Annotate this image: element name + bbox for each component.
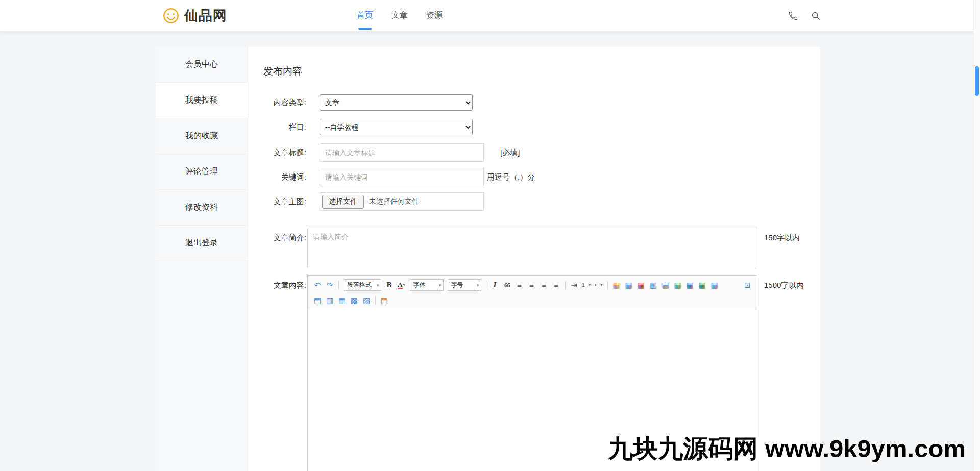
indent-icon[interactable]: ⇥	[569, 279, 580, 291]
editor-toolbar-row1: ↶↷段落格式▾BA▾字体▾字号▾I66≡≡≡≡⇥1≡▾•≡▾▦▦▦▥▤▦▦▦▦⊡	[311, 277, 753, 293]
unordered-list-icon[interactable]: •≡▾	[593, 279, 604, 291]
sidebar: 会员中心 我要投稿 我的收藏 评论管理 修改资料 退出登录	[156, 47, 248, 471]
sidebar-item-edit-profile[interactable]: 修改资料	[156, 190, 248, 226]
redo-icon[interactable]: ↷	[324, 279, 335, 291]
form-row-keywords: 关键词: 用逗号（,）分	[263, 168, 820, 186]
form-row-summary: 文章简介: 150字以内	[263, 228, 820, 268]
search-icon[interactable]	[810, 10, 821, 21]
summary-limit: 150字以内	[764, 228, 800, 243]
font-family-select[interactable]: 字体▾	[410, 279, 444, 291]
article-title-input[interactable]	[320, 143, 484, 162]
content-type-select[interactable]: 文章	[320, 94, 473, 111]
keywords-hint: 用逗号（,）分	[487, 172, 535, 182]
toolbar-separator	[486, 281, 486, 289]
toolbar-separator	[565, 281, 566, 289]
content-type-label: 内容类型:	[263, 98, 306, 108]
header: 仙品网 首页 文章 资源	[0, 0, 980, 31]
main-image-label: 文章主图:	[263, 197, 306, 207]
align-center-icon[interactable]: ≡	[526, 279, 537, 291]
toolbar-separator	[607, 281, 608, 289]
phone-icon[interactable]	[788, 10, 799, 21]
scrollbar-thumb[interactable]	[975, 66, 979, 96]
logo-smiley-icon	[162, 7, 180, 24]
content-card: 会员中心 我要投稿 我的收藏 评论管理 修改资料 退出登录 发布内容 内容类型:…	[156, 47, 820, 471]
table-properties-icon[interactable]: ▩	[349, 294, 360, 306]
toolbar-separator	[375, 296, 376, 305]
form-row-main-image: 文章主图: 选择文件 未选择任何文件	[263, 192, 820, 211]
form-row-category: 栏目: --自学教程	[263, 119, 820, 135]
main-panel: 发布内容 内容类型: 文章 栏目: --自学教程 文章标题: [必填]	[248, 47, 820, 471]
file-input[interactable]: 选择文件 未选择任何文件	[320, 192, 484, 211]
nav-item-articles[interactable]: 文章	[382, 0, 417, 31]
toolbar-separator	[338, 281, 339, 289]
summary-textarea[interactable]	[307, 228, 757, 268]
category-select[interactable]: --自学教程	[320, 119, 473, 135]
header-icons	[788, 10, 821, 21]
sidebar-item-member-center[interactable]: 会员中心	[156, 47, 248, 83]
nav-item-home[interactable]: 首页	[348, 0, 382, 31]
table-header-icon[interactable]: ▥	[648, 279, 659, 291]
undo-icon[interactable]: ↶	[312, 279, 323, 291]
blockquote-icon[interactable]: 66	[502, 279, 513, 291]
category-label: 栏目:	[263, 122, 306, 132]
sidebar-item-favorites[interactable]: 我的收藏	[156, 118, 248, 154]
form-row-content-type: 内容类型: 文章	[263, 94, 820, 111]
paste-icon[interactable]: ▤	[379, 294, 390, 306]
scrollbar-track	[973, 0, 980, 471]
insert-col-icon[interactable]: ▦	[697, 279, 708, 291]
merge-down-icon[interactable]: ▦	[336, 294, 348, 306]
choose-file-button[interactable]: 选择文件	[322, 195, 364, 209]
merge-cells-icon[interactable]: ▤	[660, 279, 671, 291]
content-limit: 1500字以内	[764, 275, 804, 290]
editor-toolbar-row2: ▤▥▦▩▨▤	[311, 293, 753, 307]
delete-table-icon[interactable]: ▦	[635, 279, 647, 291]
ordered-list-icon[interactable]: 1≡▾	[581, 279, 592, 291]
page-title: 发布内容	[263, 65, 820, 78]
font-size-select[interactable]: 字号▾	[448, 279, 481, 291]
insert-table-icon[interactable]: ▦	[623, 279, 634, 291]
italic-icon[interactable]: I	[489, 279, 501, 291]
editor-toolbar: ↶↷段落格式▾BA▾字体▾字号▾I66≡≡≡≡⇥1≡▾•≡▾▦▦▦▥▤▦▦▦▦⊡…	[308, 276, 757, 309]
logo-text: 仙品网	[184, 7, 227, 25]
align-justify-icon[interactable]: ≡	[551, 279, 562, 291]
delete-col-icon[interactable]: ▦	[709, 279, 720, 291]
content-label: 文章内容:	[263, 275, 306, 290]
required-hint: [必填]	[500, 148, 520, 158]
file-status: 未选择任何文件	[369, 197, 419, 206]
form-row-article-title: 文章标题: [必填]	[263, 143, 820, 162]
align-right-icon[interactable]: ≡	[538, 279, 550, 291]
main-nav: 首页 文章 资源	[348, 0, 452, 31]
publish-form: 内容类型: 文章 栏目: --自学教程 文章标题: [必填] 关键词: 用逗号（…	[263, 94, 820, 471]
summary-label: 文章简介:	[263, 228, 306, 243]
nav-item-resources[interactable]: 资源	[417, 0, 452, 31]
font-color-icon[interactable]: A▾	[396, 279, 407, 291]
delete-row-icon[interactable]: ▦	[684, 279, 696, 291]
image-icon[interactable]: ▦	[611, 279, 622, 291]
fullscreen-icon[interactable]: ⊡	[742, 279, 753, 291]
bold-icon[interactable]: B	[384, 279, 395, 291]
merge-right-icon[interactable]: ▥	[324, 294, 335, 306]
sidebar-item-submit[interactable]: 我要投稿	[156, 83, 248, 118]
sidebar-item-logout[interactable]: 退出登录	[156, 226, 248, 261]
keywords-input[interactable]	[320, 168, 484, 186]
keywords-label: 关键词:	[263, 172, 306, 182]
align-left-icon[interactable]: ≡	[514, 279, 525, 291]
watermark: 九块九源码网 www.9k9ym.com	[608, 432, 966, 466]
split-cells-icon[interactable]: ▤	[312, 294, 323, 306]
article-title-label: 文章标题:	[263, 148, 306, 158]
paragraph-format-select[interactable]: 段落格式▾	[344, 279, 381, 291]
logo[interactable]: 仙品网	[162, 7, 227, 25]
cell-properties-icon[interactable]: ▨	[361, 294, 372, 306]
insert-row-icon[interactable]: ▦	[672, 279, 683, 291]
sidebar-item-comment-management[interactable]: 评论管理	[156, 154, 248, 190]
